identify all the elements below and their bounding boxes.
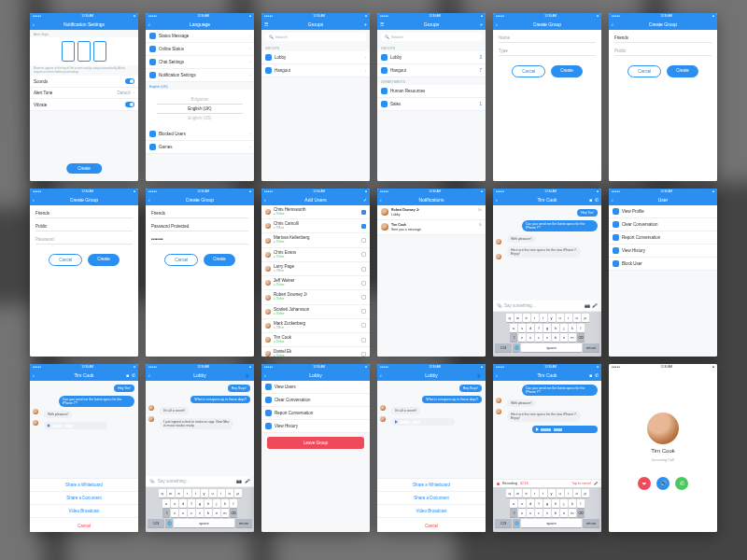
voice-message[interactable]: [44, 422, 107, 429]
type-field[interactable]: Password Protected: [151, 222, 248, 231]
key[interactable]: r: [531, 314, 539, 322]
call-icon[interactable]: ✆: [595, 372, 599, 378]
voice-message[interactable]: [391, 418, 455, 426]
key[interactable]: t: [192, 489, 200, 497]
shift-key[interactable]: ⇧: [162, 509, 170, 517]
key[interactable]: k: [221, 499, 229, 508]
menu-icon[interactable]: ☰: [380, 21, 384, 27]
toggle[interactable]: [125, 102, 134, 107]
sheet-broadcast[interactable]: Video Broadcast: [377, 505, 486, 518]
key[interactable]: o: [573, 314, 581, 322]
checkbox[interactable]: [361, 224, 366, 229]
message-input[interactable]: 📎Say something…📷🎤: [146, 476, 254, 487]
checkbox[interactable]: [361, 252, 366, 257]
alert-style-picker[interactable]: [30, 37, 138, 65]
menu-view-users[interactable]: View Users: [261, 381, 370, 394]
tap-to-cancel[interactable]: Tap to cancel: [571, 482, 591, 485]
sheet-document[interactable]: Share a Document: [30, 492, 138, 505]
key[interactable]: w: [514, 489, 522, 497]
key[interactable]: m: [221, 509, 229, 517]
key[interactable]: t: [540, 314, 547, 322]
key[interactable]: l: [577, 324, 585, 332]
checkbox[interactable]: [361, 210, 366, 215]
message-input[interactable]: 📎Say something…📷🎤: [493, 301, 601, 312]
search-input[interactable]: 🔍Search: [381, 33, 482, 41]
back-icon[interactable]: ‹: [380, 197, 382, 203]
row-chat-settings[interactable]: Chat Settings›: [146, 56, 254, 69]
sheet-cancel[interactable]: Cancel: [30, 520, 138, 532]
group-hangout[interactable]: Hangout›: [261, 64, 370, 77]
key[interactable]: o: [226, 489, 233, 497]
back-icon[interactable]: ‹: [33, 197, 35, 203]
key[interactable]: t: [540, 489, 547, 497]
key[interactable]: b: [552, 509, 559, 517]
menu-view-history[interactable]: View History: [609, 245, 717, 258]
key[interactable]: x: [527, 509, 534, 517]
key[interactable]: p: [234, 489, 242, 497]
decline-button[interactable]: ⏷: [638, 477, 651, 490]
key[interactable]: d: [527, 324, 534, 332]
group-hr[interactable]: Human Resources: [377, 85, 486, 98]
key[interactable]: c: [535, 333, 543, 342]
user-row[interactable]: Chris Camolli● Offline: [261, 219, 370, 233]
group-hangout[interactable]: Hangout7: [377, 64, 486, 77]
key[interactable]: j: [560, 499, 568, 508]
key[interactable]: v: [196, 509, 204, 517]
key[interactable]: g: [196, 499, 204, 508]
people-icon[interactable]: 👥: [477, 372, 483, 378]
keyboard[interactable]: qwertyuiopasdfghjkl⇧zxcvbnm⌫123🌐spaceret…: [493, 312, 601, 357]
return-key[interactable]: return: [583, 519, 599, 527]
key[interactable]: z: [518, 509, 526, 517]
delete-key[interactable]: ⌫: [577, 509, 585, 517]
create-button[interactable]: Create: [88, 254, 120, 266]
key[interactable]: z: [171, 509, 178, 517]
key[interactable]: m: [569, 333, 576, 342]
alert-style-none[interactable]: [62, 41, 75, 62]
back-icon[interactable]: ‹: [148, 372, 150, 378]
key[interactable]: f: [535, 499, 543, 508]
key[interactable]: g: [543, 324, 551, 332]
sheet-broadcast[interactable]: Video Broadcast: [30, 505, 138, 518]
back-icon[interactable]: ‹: [33, 21, 35, 27]
user-row[interactable]: Jeff Weiner● Online: [261, 276, 370, 290]
key[interactable]: b: [204, 509, 212, 517]
numbers-key[interactable]: 123: [495, 343, 512, 352]
key[interactable]: n: [213, 509, 220, 517]
search-input[interactable]: 🔍Search: [265, 33, 366, 41]
notification-item[interactable]: Robert Downey JrLobby 2m: [377, 205, 486, 220]
leave-group-button[interactable]: Leave Group: [267, 437, 364, 449]
user-row[interactable]: Tim Cook● Online: [261, 333, 370, 347]
user-row[interactable]: Scarlett Johansson● Online: [261, 305, 370, 319]
user-row[interactable]: Larry Page● Offline: [261, 262, 370, 276]
key[interactable]: f: [535, 324, 543, 332]
video-icon[interactable]: ■: [589, 372, 592, 378]
key[interactable]: u: [557, 314, 564, 322]
key[interactable]: g: [543, 499, 551, 508]
key[interactable]: h: [552, 324, 559, 332]
key[interactable]: a: [510, 499, 517, 508]
checkbox[interactable]: [361, 323, 366, 328]
checkbox[interactable]: [361, 238, 366, 243]
name-field[interactable]: Name: [499, 34, 596, 43]
delete-key[interactable]: ⌫: [230, 509, 237, 517]
type-field[interactable]: Public: [614, 47, 712, 56]
key[interactable]: q: [506, 314, 514, 322]
add-icon[interactable]: +: [480, 21, 483, 27]
group-sales[interactable]: Sales1: [377, 98, 486, 111]
key[interactable]: i: [565, 314, 572, 322]
recording-bar[interactable]: Recording 02:16 Tap to cancel 🎤: [493, 479, 601, 487]
user-row[interactable]: Chris Evans● Online: [261, 248, 370, 262]
back-icon[interactable]: ‹: [33, 372, 35, 378]
call-icon[interactable]: ✆: [595, 197, 599, 203]
key[interactable]: h: [204, 499, 212, 508]
key[interactable]: m: [569, 509, 576, 517]
key[interactable]: z: [518, 333, 526, 342]
space-key[interactable]: space: [521, 519, 582, 527]
row-alert-tone[interactable]: Alert ToneDefault›: [30, 88, 138, 99]
key[interactable]: v: [543, 333, 551, 342]
checkbox[interactable]: [361, 281, 366, 286]
menu-icon[interactable]: ☰: [264, 21, 268, 27]
user-row[interactable]: Chris Hemsworth● Online: [261, 205, 370, 219]
type-field[interactable]: Type: [499, 47, 596, 56]
sheet-whiteboard[interactable]: Share a Whiteboard: [30, 479, 138, 492]
